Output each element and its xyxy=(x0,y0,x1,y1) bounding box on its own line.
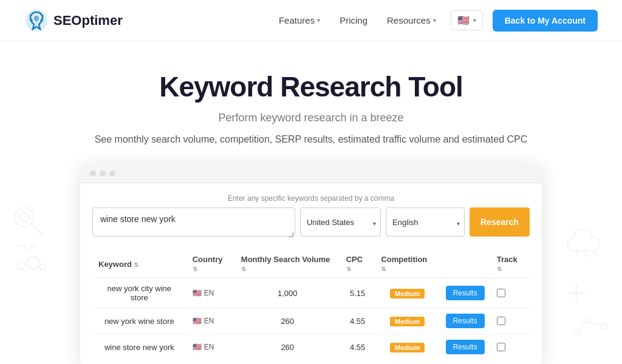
th-competition: Competition xyxy=(375,250,439,278)
keyword-table: Keyword Country Monthly Search Volume CP… xyxy=(92,250,530,360)
cell-monthly-search: 260 xyxy=(235,334,340,360)
browser-dot-3 xyxy=(109,170,115,177)
cell-monthly-search: 1,000 xyxy=(235,278,340,308)
cell-monthly-search: 260 xyxy=(235,308,340,334)
svg-point-6 xyxy=(39,264,46,270)
competition-badge: Medium xyxy=(390,343,425,352)
logo-text: SEOptimer xyxy=(53,13,123,29)
svg-point-4 xyxy=(18,262,25,269)
th-track: Track xyxy=(491,250,530,278)
th-monthly-search: Monthly Search Volume xyxy=(235,250,340,278)
results-button[interactable]: Results xyxy=(446,286,485,300)
country-select[interactable]: United States United Kingdom Australia C… xyxy=(300,207,381,237)
deco-plus-icon xyxy=(567,284,586,302)
cell-competition: Medium xyxy=(375,278,439,308)
hero-title: Keyword Research Tool xyxy=(24,70,598,103)
nav-resources[interactable]: Resources ▾ xyxy=(387,15,436,25)
cell-keyword: wine store new york xyxy=(92,334,186,360)
browser-mockup: Enter any specific keywords separated by… xyxy=(80,164,542,364)
cell-country: 🇺🇸 EN xyxy=(186,278,235,308)
country-code: EN xyxy=(204,343,214,351)
hero-description: See monthly search volume, competition, … xyxy=(62,134,560,145)
cell-results: Results xyxy=(440,334,491,360)
cell-country: 🇺🇸 EN xyxy=(186,334,235,360)
svg-point-13 xyxy=(586,317,592,323)
cell-results: Results xyxy=(440,308,491,334)
track-checkbox[interactable] xyxy=(497,317,505,325)
language-selector[interactable]: 🇺🇸 ▾ xyxy=(451,10,483,30)
country-flag-icon: 🇺🇸 xyxy=(193,317,202,325)
th-country: Country xyxy=(186,250,235,278)
deco-right-cloud-icon xyxy=(561,217,610,266)
language-select[interactable]: English Spanish French German xyxy=(386,207,465,237)
svg-point-2 xyxy=(19,212,29,222)
browser-dot-1 xyxy=(90,170,96,177)
back-to-account-button[interactable]: Back to My Account xyxy=(493,10,598,32)
cell-track xyxy=(491,334,530,360)
flag-chevron-icon: ▾ xyxy=(473,17,476,24)
browser-bar xyxy=(80,164,542,183)
country-code: EN xyxy=(204,289,214,297)
search-input-wrap: wine store new york xyxy=(92,207,295,239)
research-button[interactable]: Research xyxy=(470,207,530,237)
competition-badge: Medium xyxy=(390,289,425,298)
cell-track xyxy=(491,308,530,334)
cell-cpc: 4.55 xyxy=(340,334,375,360)
results-button[interactable]: Results xyxy=(446,314,485,328)
cell-track xyxy=(491,278,530,308)
search-label: Enter any specific keywords separated by… xyxy=(92,194,530,203)
svg-point-12 xyxy=(573,329,579,335)
th-cpc: CPC xyxy=(340,250,375,278)
table-row: new york wine store 🇺🇸 EN 260 4.55 Mediu… xyxy=(92,308,530,334)
svg-point-14 xyxy=(601,323,607,329)
svg-line-15 xyxy=(579,322,586,331)
hero-subtitle: Perform keyword research in a breeze xyxy=(24,112,598,124)
browser-dot-2 xyxy=(100,170,106,177)
cell-keyword: new york wine store xyxy=(92,308,186,334)
nav-pricing[interactable]: Pricing xyxy=(340,15,367,25)
cell-keyword: new york city wine store xyxy=(92,278,186,308)
country-flag-icon: 🇺🇸 xyxy=(193,289,202,297)
table-row: new york city wine store 🇺🇸 EN 1,000 5.1… xyxy=(92,278,530,308)
hero-section: Keyword Research Tool Perform keyword re… xyxy=(0,41,622,364)
track-checkbox[interactable] xyxy=(497,289,505,297)
competition-badge: Medium xyxy=(390,317,425,326)
country-code: EN xyxy=(204,317,214,325)
keyword-input[interactable]: wine store new york xyxy=(92,207,295,237)
cell-competition: Medium xyxy=(375,308,439,334)
nav-links: Features ▾ Pricing Resources ▾ xyxy=(279,15,436,25)
svg-point-5 xyxy=(27,257,39,269)
svg-line-3 xyxy=(32,224,43,235)
navbar: SEOptimer Features ▾ Pricing Resources ▾… xyxy=(0,0,622,41)
cell-cpc: 5.15 xyxy=(340,278,375,308)
chevron-down-icon-resources: ▾ xyxy=(433,17,436,24)
track-checkbox[interactable] xyxy=(497,343,505,351)
th-keyword: Keyword xyxy=(92,250,186,278)
deco-graph-icon xyxy=(570,308,613,345)
cell-cpc: 4.55 xyxy=(340,308,375,334)
browser-content: Enter any specific keywords separated by… xyxy=(80,183,542,364)
country-select-wrap: United States United Kingdom Australia C… xyxy=(300,207,381,239)
resize-handle xyxy=(289,232,293,237)
results-button[interactable]: Results xyxy=(446,340,485,354)
search-row: wine store new york United States United… xyxy=(92,207,530,239)
svg-line-16 xyxy=(592,322,601,325)
language-select-wrap: English Spanish French German ▾ xyxy=(386,207,465,239)
logo[interactable]: SEOptimer xyxy=(24,8,123,33)
cell-results: Results xyxy=(440,278,491,308)
chevron-down-icon: ▾ xyxy=(317,17,320,24)
deco-left-icon xyxy=(12,205,61,278)
nav-features[interactable]: Features ▾ xyxy=(279,15,320,25)
table-row: wine store new york 🇺🇸 EN 260 4.55 Mediu… xyxy=(92,334,530,360)
country-flag-icon: 🇺🇸 xyxy=(193,343,202,351)
th-results xyxy=(440,250,491,278)
cell-competition: Medium xyxy=(375,334,439,360)
cell-country: 🇺🇸 EN xyxy=(186,308,235,334)
us-flag-icon: 🇺🇸 xyxy=(457,15,470,26)
